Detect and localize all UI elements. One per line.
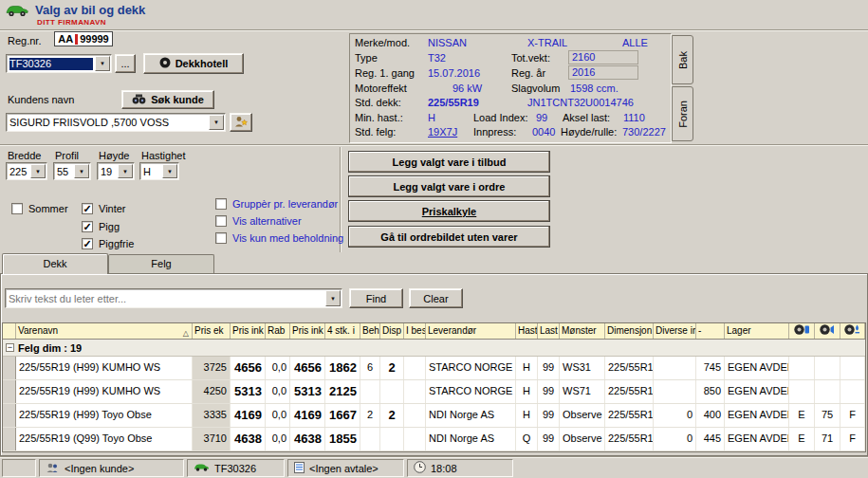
chevron-down-icon[interactable]: ▼ (325, 290, 341, 306)
col-header-selector[interactable] (3, 323, 16, 339)
sok-kunde-button[interactable]: Søk kunde (121, 90, 214, 109)
slagvolum-value: 1598 ccm. (570, 83, 619, 94)
tab-felg[interactable]: Felg (108, 254, 214, 273)
table-row[interactable]: 225/55R19 (Q99) Toyo Obse 3710 4638 0,0 … (3, 428, 865, 451)
col-header-fuel[interactable] (789, 323, 815, 339)
profil-label: Profil (55, 150, 79, 161)
col-header-pris-ink-2[interactable]: Pris ink (290, 323, 325, 339)
col-header-varenavn[interactable]: Varenavn△ (16, 323, 193, 339)
cell-eu-noise (815, 380, 840, 403)
row-selector[interactable] (3, 428, 16, 450)
cell-lager: EGEN AVDEL (725, 357, 789, 379)
row-selector[interactable] (3, 404, 16, 427)
pigg-checkbox[interactable]: ✓ (82, 221, 93, 232)
legg-i-ordre-label: Legg valgt vare i ordre (394, 181, 506, 193)
col-header-dash[interactable]: - (696, 323, 725, 339)
col-header-leverandor[interactable]: Leverandør (426, 323, 516, 339)
chevron-down-icon[interactable]: ▼ (209, 115, 224, 130)
row-selector[interactable] (3, 357, 16, 379)
profil-select[interactable]: 55▼ (53, 162, 91, 180)
hastighet-value: H (143, 166, 160, 177)
legg-i-tilbud-label: Legg valgt vare i tilbud (393, 156, 507, 168)
vis-beholdning-checkbox[interactable] (215, 232, 227, 244)
sommer-checkbox[interactable] (11, 203, 23, 214)
legg-i-tilbud-button[interactable]: Legg valgt vare i tilbud (348, 151, 550, 173)
search-input[interactable] (9, 291, 322, 305)
row-selector[interactable] (3, 380, 16, 403)
hoyde-select[interactable]: 19▼ (97, 162, 135, 180)
legg-i-ordre-button[interactable]: Legg valgt vare i ordre (348, 175, 550, 197)
sort-ascending-icon[interactable]: △ (183, 326, 189, 339)
cell-last: 99 (538, 380, 560, 403)
clear-button[interactable]: Clear (409, 288, 463, 308)
hastighet-select[interactable]: H▼ (139, 162, 179, 180)
search-combobox[interactable]: ▼ (5, 288, 342, 308)
chevron-down-icon[interactable]: ▼ (30, 164, 46, 178)
divider (0, 29, 868, 31)
cell-4stk: 2125 (325, 380, 360, 403)
stdfelg-value[interactable]: 19X7J (428, 126, 457, 138)
col-header-ibes[interactable]: I bes (404, 323, 426, 339)
tab-foran[interactable]: Foran (672, 86, 693, 141)
vehicle-info-panel: Merke/mod. NISSAN X-TRAIL ALLE Type T32 … (349, 33, 672, 143)
table-row[interactable]: 225/55R19 (H99) KUMHO WS 4250 5313 0,0 5… (3, 380, 865, 404)
cell-leverandor: NDI Norge AS (426, 404, 516, 427)
dekkhotell-button[interactable]: Dekkhotell (143, 53, 244, 74)
tab-bak[interactable]: Bak (672, 35, 693, 84)
chevron-down-icon[interactable]: ▼ (118, 164, 133, 178)
col-header-wet-grip[interactable] (840, 323, 865, 339)
regnr-select[interactable]: TF30326 ▼ (6, 54, 112, 73)
col-header-4stk[interactable]: 4 stk. i (325, 323, 360, 339)
priskalkyle-button[interactable]: Priskalkyle (348, 200, 550, 222)
regnr-label: Reg.nr. (8, 35, 41, 46)
vinter-checkbox[interactable]: ✓ (82, 203, 93, 214)
plate-prefix: AA (58, 33, 73, 45)
col-header-noise[interactable] (815, 323, 840, 339)
app-window: Valg av bil og dekk DITT FIRMANAVN Reg.n… (0, 0, 868, 478)
col-header-disp[interactable]: Disp (380, 323, 404, 339)
col-header-monster[interactable]: Mønster (560, 323, 605, 339)
collapse-icon[interactable]: − (6, 343, 14, 352)
vis-alternativer-checkbox[interactable] (215, 215, 227, 227)
col-header-lager[interactable]: Lager (725, 323, 789, 339)
col-header-diverse[interactable]: Diverse inf (654, 323, 696, 339)
group-row[interactable]: − Felg dim : 19 (3, 340, 865, 357)
dekkhotell-label: Dekkhotell (175, 58, 229, 69)
col-header-pris-ek[interactable]: Pris ek (193, 323, 231, 339)
status-time-text: 18:08 (431, 463, 457, 474)
cell-last: 99 (538, 428, 560, 450)
col-header-last[interactable]: Last (538, 323, 560, 339)
table-row[interactable]: 225/55R19 (H99) Toyo Obse 3335 4169 0,0 … (3, 404, 865, 428)
col-header-rab[interactable]: Rab (266, 323, 290, 339)
modell-value: X-TRAIL (527, 37, 567, 48)
app-car-icon (5, 3, 29, 20)
col-header-hast[interactable]: Hast (516, 323, 538, 339)
more-button[interactable]: ... (115, 54, 136, 73)
add-customer-button[interactable] (230, 113, 252, 132)
totvekt-field: 2160 (568, 50, 638, 64)
find-button[interactable]: Find (349, 288, 403, 308)
chevron-down-icon[interactable]: ▼ (74, 164, 89, 178)
chevron-down-icon[interactable]: ▼ (162, 164, 177, 178)
vin-value: JN1TCNT32U0014746 (527, 97, 634, 108)
col-header-pris-ink[interactable]: Pris ink (231, 323, 266, 339)
bredde-select[interactable]: 225▼ (6, 162, 47, 180)
cell-dash: 400 (696, 404, 725, 427)
piggfrie-checkbox[interactable]: ✓ (82, 238, 93, 249)
grupper-checkbox[interactable] (215, 198, 227, 210)
cell-pris-ek: 4250 (193, 380, 231, 403)
col-header-dimensjon[interactable]: Dimensjon (605, 323, 654, 339)
cell-4stk: 1667 (325, 404, 360, 427)
chevron-down-icon[interactable]: ▼ (95, 56, 110, 71)
type-label: Type (355, 52, 378, 64)
regaar-label: Reg. år (511, 67, 545, 79)
cell-eu-noise (815, 357, 840, 379)
pigg-label: Pigg (99, 221, 120, 232)
ordrebilde-button[interactable]: Gå til ordrebildet uten varer (348, 226, 550, 248)
customer-select[interactable]: SIGURD FRIISVOLD ,5700 VOSS ▼ (6, 113, 226, 132)
tab-dekk[interactable]: Dekk (2, 253, 108, 274)
company-name: DITT FIRMANAVN (37, 18, 106, 27)
col-header-beh[interactable]: Beh (360, 323, 380, 339)
tab-felg-label: Felg (151, 258, 171, 269)
table-row[interactable]: 225/55R19 (H99) KUMHO WS 3725 4656 0,0 4… (3, 357, 865, 380)
